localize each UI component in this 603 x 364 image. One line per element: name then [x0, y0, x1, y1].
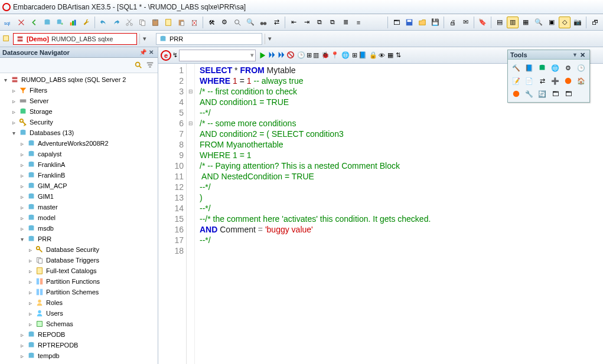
expand-icon[interactable]: ▹ — [27, 321, 33, 327]
tree-db-item[interactable]: ▹master — [2, 202, 158, 212]
tools-header[interactable]: Tools ▼ ✕ — [508, 50, 589, 60]
view-icon[interactable]: 👁 — [379, 52, 385, 59]
ds-icon[interactable] — [2, 34, 11, 44]
uncomment-icon[interactable]: ⧉ — [327, 17, 338, 28]
code-line[interactable]: AND Comment = 'buggy value' — [200, 224, 431, 235]
print-icon[interactable]: 🖨 — [446, 17, 458, 28]
tree-db-item[interactable]: ▹capalyst — [2, 149, 158, 159]
tree-db-item[interactable]: ▹GIM1 — [2, 191, 158, 202]
collapse-icon[interactable]: ▾ — [11, 130, 17, 136]
db-icon[interactable] — [41, 17, 53, 28]
tree-db-item[interactable]: ▹REPODB — [2, 329, 158, 340]
sort-icon[interactable]: ⇅ — [396, 51, 401, 59]
script-icon[interactable]: 📝 — [510, 75, 522, 87]
win-icon[interactable]: 🗔 — [390, 17, 402, 28]
expand-icon[interactable]: ▹ — [11, 87, 17, 94]
db-dropdown-icon[interactable]: ▾ — [265, 34, 274, 44]
cut-icon[interactable] — [123, 17, 135, 28]
tree-db-item[interactable]: ▹FranklinA — [2, 159, 158, 170]
ds-dropdown-icon[interactable]: ▾ — [139, 34, 149, 44]
search-icon[interactable] — [134, 61, 142, 70]
code-line[interactable]: WHERE 1 = 1 — [200, 150, 431, 160]
panel2-icon[interactable]: ▥ — [507, 17, 519, 28]
expand-icon[interactable]: ▹ — [19, 151, 25, 158]
result-icon[interactable]: ▥ — [313, 51, 319, 59]
tree-root[interactable]: ▾ RUMOD_LABS sqlxe (SQL Server 2 — [2, 74, 158, 85]
orange2-icon[interactable] — [510, 88, 522, 100]
expand-icon[interactable]: ▹ — [27, 268, 33, 274]
paste-icon[interactable] — [149, 17, 161, 28]
tree-server[interactable]: ▹Server — [2, 96, 158, 106]
tree-db-child[interactable]: ▹Partition Functions — [2, 276, 158, 287]
globe-icon[interactable]: 🌐 — [341, 51, 350, 59]
wrench-icon[interactable] — [80, 17, 92, 28]
paste-book-icon[interactable] — [175, 17, 187, 28]
tree-db-item[interactable]: ▹GIM_ACP — [2, 181, 158, 191]
save-icon[interactable] — [403, 17, 415, 28]
window-tool-icon[interactable]: 🗔 — [549, 88, 561, 100]
close-icon[interactable]: ✕ — [147, 48, 155, 57]
expand-icon[interactable]: ▹ — [19, 183, 25, 189]
code-line[interactable]: --*/ — [200, 203, 431, 214]
error-icon[interactable]: e — [161, 50, 171, 61]
tool-icon[interactable]: 🛠 — [206, 17, 217, 28]
execute-icon[interactable] — [258, 51, 266, 60]
tree-filters[interactable]: ▹Filters — [2, 85, 158, 96]
expand-icon[interactable]: ▹ — [19, 162, 25, 168]
plan-icon[interactable]: ⊞ — [307, 51, 312, 59]
expand-icon[interactable]: ▹ — [27, 310, 33, 317]
tools-dropdown-icon[interactable]: ▼ — [572, 52, 578, 58]
compare-icon[interactable]: ⇄ — [536, 75, 548, 87]
code-line[interactable]: --/* the comment here 'activates' this c… — [200, 214, 431, 224]
sched-icon[interactable]: 🕒 — [297, 51, 305, 59]
panel1-icon[interactable]: ▤ — [494, 17, 506, 28]
expand-icon[interactable]: ▹ — [19, 204, 25, 211]
align-icon[interactable]: ≡ — [353, 17, 364, 28]
code-line[interactable]: FROM Myanothertable — [200, 139, 431, 150]
clock-tool-icon[interactable]: 🕒 — [575, 62, 587, 74]
tree-databases[interactable]: ▾Databases (13) — [2, 127, 158, 138]
collapse-icon[interactable]: ▾ — [2, 77, 8, 83]
expand-icon[interactable]: ▹ — [27, 257, 33, 264]
expand-icon[interactable]: ▹ — [27, 247, 33, 253]
code-line[interactable]: AND condition2 = ( SELECT condition3 — [200, 129, 431, 139]
code-line[interactable]: /* -- some more conditions — [200, 118, 431, 129]
tree-db-child[interactable]: ▹Roles — [2, 297, 158, 308]
tree-db-item[interactable]: ▹AdventureWorks2008R2 — [2, 138, 158, 149]
zoom-icon[interactable]: 🔍 — [533, 17, 545, 28]
code-editor[interactable]: 123456789101112131415161718 ⊟⊟ SELECT * … — [158, 64, 603, 364]
bug-icon[interactable]: 🐞 — [321, 51, 330, 59]
doc-icon[interactable]: 📄 — [523, 75, 535, 87]
plus-icon[interactable]: ➕ — [549, 75, 561, 87]
code-line[interactable]: --*/ — [200, 182, 431, 192]
comment-icon[interactable]: ⧉ — [314, 17, 325, 28]
indent-right-icon[interactable]: ⇥ — [301, 17, 312, 28]
clipboard-icon[interactable] — [162, 17, 174, 28]
expand-icon[interactable]: ▹ — [11, 109, 17, 115]
undo-icon[interactable] — [97, 17, 109, 28]
cascade-icon[interactable]: 🗗 — [589, 17, 601, 28]
sock-icon[interactable]: ↯ — [172, 51, 178, 59]
tree-db-item[interactable]: ▹tempdb — [2, 350, 158, 361]
database-selector[interactable]: PRR — [156, 33, 262, 45]
tree-db-item[interactable]: ▹RPTREPODB — [2, 340, 158, 350]
expand-icon[interactable]: ▹ — [19, 332, 25, 338]
expand-icon[interactable]: ▹ — [19, 215, 25, 221]
expand-icon[interactable]: ▹ — [19, 172, 25, 179]
gear-tool-icon[interactable]: ⚙ — [562, 62, 574, 74]
expand-icon[interactable]: ▹ — [19, 225, 25, 232]
delete-icon[interactable] — [188, 17, 200, 28]
fold-column[interactable]: ⊟⊟ — [187, 64, 195, 364]
window2-tool-icon[interactable]: 🗔 — [562, 88, 574, 100]
expand-icon[interactable]: ▹ — [11, 98, 17, 104]
table-icon[interactable]: ⊞ — [352, 51, 357, 59]
code-body[interactable]: SELECT * FROM MytableWHERE 1 = 1 -- alwa… — [195, 64, 431, 364]
refresh-icon[interactable]: 🔄 — [536, 88, 548, 100]
proc-icon[interactable]: 📘 — [358, 51, 367, 59]
tree-security[interactable]: ▹Security — [2, 117, 158, 127]
tree-db-item[interactable]: ▾PRR — [2, 234, 158, 244]
globe-tool-icon[interactable]: 🌐 — [549, 62, 561, 74]
findnext-icon[interactable]: 🔍 — [245, 17, 256, 28]
tree-db-child[interactable]: ▹Schemas — [2, 319, 158, 329]
code-line[interactable]: SELECT * FROM Mytable — [200, 65, 431, 76]
